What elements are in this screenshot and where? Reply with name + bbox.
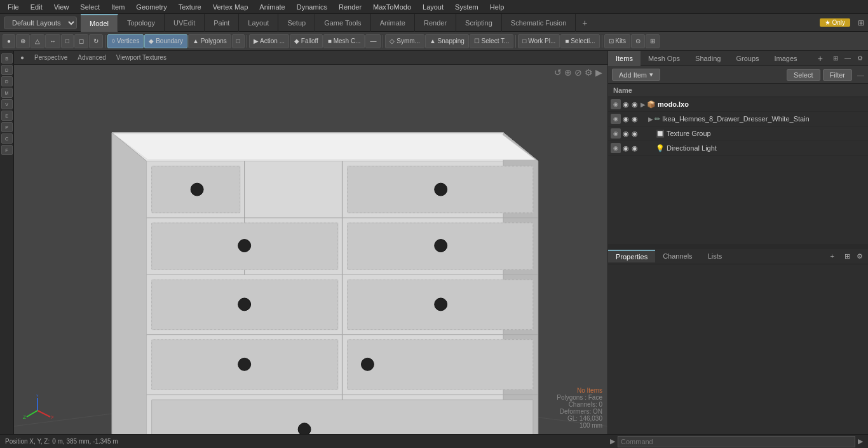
select-tool-button[interactable]: ☐ Select T... — [470, 34, 514, 48]
viewport-pan-ctrl[interactable]: ⊘ — [574, 67, 582, 78]
transform-button[interactable]: ↔ — [45, 34, 60, 48]
props-settings-icon[interactable]: ⚙ — [854, 251, 865, 262]
item-eye2-light[interactable]: ◉ — [623, 144, 629, 153]
item-eye-dresser[interactable]: ◉ — [611, 114, 621, 124]
menu-help[interactable]: Help — [485, 2, 510, 12]
item-eye3-modo-lxo[interactable]: ◉ — [632, 100, 638, 109]
item-eye3-light[interactable]: ◉ — [632, 144, 638, 153]
items-list-scrollbar[interactable] — [608, 244, 868, 249]
falloff-button[interactable]: ◆ Falloff — [290, 34, 323, 48]
menu-view[interactable]: View — [49, 2, 74, 12]
item-eye2-dresser[interactable]: ◉ — [623, 115, 629, 123]
panel-settings-icon[interactable]: ⚙ — [855, 53, 865, 63]
center-button[interactable]: ⊕ — [16, 34, 30, 48]
perspective-button[interactable]: Perspective — [32, 53, 70, 62]
item-eye2-texture[interactable]: ◉ — [623, 130, 629, 138]
snapping-button[interactable]: ▲ Snapping — [425, 34, 469, 48]
tab-model[interactable]: Model — [81, 14, 118, 32]
selection-button[interactable]: ■ Selecti... — [560, 34, 599, 48]
item-arrow-modo-lxo[interactable]: ▶ — [641, 101, 646, 108]
tab-animate[interactable]: Animate — [371, 14, 415, 32]
menu-system[interactable]: System — [450, 2, 484, 12]
tab-game-tools[interactable]: Game Tools — [315, 14, 371, 32]
menu-file[interactable]: File — [3, 2, 24, 12]
items-select-button[interactable]: Select — [787, 69, 820, 81]
tab-topology[interactable]: Topology — [118, 14, 165, 32]
tab-lists[interactable]: Lists — [700, 250, 730, 262]
menu-geometry[interactable]: Geometry — [131, 2, 172, 12]
tab-items[interactable]: Items — [608, 51, 641, 66]
tab-paint[interactable]: Paint — [205, 14, 239, 32]
vertex-mode-button[interactable]: △ — [31, 34, 44, 48]
tab-properties[interactable]: Properties — [608, 250, 655, 262]
action-button[interactable]: ▶ Action ... — [249, 34, 289, 48]
item-row-directional-light[interactable]: ◉ ◉ ◉ 💡 Directional Light — [608, 141, 868, 156]
tab-uvedit[interactable]: UVEdit — [165, 14, 205, 32]
sidebar-btn-c[interactable]: C — [1, 133, 13, 144]
sidebar-btn-2[interactable]: D — [1, 65, 13, 75]
add-layout-button[interactable]: + — [576, 15, 593, 31]
sidebar-btn-f[interactable]: F — [1, 145, 13, 155]
menu-vertex-map[interactable]: Vertex Map — [208, 2, 254, 12]
sidebar-btn-1[interactable]: B — [1, 53, 13, 64]
boundary-button[interactable]: ◆ Boundary — [144, 34, 187, 48]
sidebar-btn-e[interactable]: E — [1, 111, 13, 121]
tab-render[interactable]: Render — [415, 14, 456, 32]
work-plane-button[interactable]: □ Work Pl... — [518, 34, 560, 48]
item-eye-modo-lxo[interactable]: ◉ — [611, 99, 621, 109]
tab-scripting[interactable]: Scripting — [456, 14, 502, 32]
item-eye3-dresser[interactable]: ◉ — [632, 115, 638, 123]
sidebar-btn-mesh[interactable]: M — [1, 88, 13, 98]
items-filter-button[interactable]: Filter — [823, 69, 852, 81]
advanced-button[interactable]: Advanced — [75, 53, 108, 62]
panel-expand-icon[interactable]: ⊞ — [831, 53, 841, 63]
sidebar-btn-dup[interactable]: D — [1, 76, 13, 86]
command-go-button[interactable]: ▶ — [855, 436, 865, 447]
sidebar-btn-poly[interactable]: P — [1, 122, 13, 132]
tab-groups[interactable]: Groups — [728, 51, 766, 66]
panel-plus-button[interactable]: + — [813, 53, 828, 64]
menu-select[interactable]: Select — [75, 2, 105, 12]
menu-texture[interactable]: Texture — [173, 2, 207, 12]
viewport-canvas[interactable]: ↺ ⊕ ⊘ ⚙ ▶ No Items Polygons : Face Chann… — [14, 65, 607, 434]
items-list[interactable]: Name ◉ ◉ ◉ ▶ 📦 modo.lxo ◉ ◉ ◉ ▶ ✏ Ikea_H… — [608, 84, 868, 244]
loop-button[interactable]: ◻ — [74, 34, 88, 48]
kits-button[interactable]: ⊡ Kits — [604, 34, 630, 48]
element-button[interactable]: □ — [61, 34, 74, 48]
symmetry-button[interactable]: ◇ Symm... — [385, 34, 424, 48]
default-layouts-dropdown[interactable]: Default Layouts — [4, 17, 77, 29]
menu-layout[interactable]: Layout — [417, 2, 449, 12]
command-input[interactable] — [618, 436, 855, 447]
menu-edit[interactable]: Edit — [25, 2, 48, 12]
tab-shading[interactable]: Shading — [688, 51, 728, 66]
layout-expand-icon[interactable]: ⊞ — [854, 17, 868, 29]
tab-mesh-ops[interactable]: Mesh Ops — [641, 51, 688, 66]
properties-plus-button[interactable]: + — [825, 252, 839, 260]
item-eye-light[interactable]: ◉ — [611, 143, 621, 153]
item-row-dresser[interactable]: ◉ ◉ ◉ ▶ ✏ Ikea_Hemnes_8_Drawer_Dresser_W… — [608, 112, 868, 126]
item-arrow-dresser[interactable]: ▶ — [648, 116, 653, 123]
viewport-rotate-ctrl[interactable]: ↺ — [554, 67, 562, 78]
items-collapse-btn[interactable]: — — [857, 71, 864, 79]
slider-button[interactable]: — — [365, 34, 381, 48]
mode-button[interactable]: ● — [3, 34, 15, 48]
menu-render[interactable]: Render — [334, 2, 367, 12]
props-expand-icon[interactable]: ⊞ — [842, 251, 853, 262]
polygons-button[interactable]: ▲ Polygons — [188, 34, 231, 48]
item-row-texture-group[interactable]: ◉ ◉ ◉ 🔲 Texture Group — [608, 126, 868, 141]
viewport-zoom-ctrl[interactable]: ⊕ — [564, 67, 572, 78]
viewport-settings-ctrl[interactable]: ⚙ — [585, 67, 593, 78]
mesh-button[interactable]: □ — [232, 34, 245, 48]
menu-maxtomodo[interactable]: MaxToModo — [368, 2, 416, 12]
item-eye2-modo-lxo[interactable]: ◉ — [623, 100, 629, 109]
sidebar-btn-vert[interactable]: V — [1, 99, 13, 109]
rotate-button[interactable]: ↻ — [89, 34, 103, 48]
item-eye-texture-group[interactable]: ◉ — [611, 128, 621, 139]
add-item-button[interactable]: Add Item ▾ — [612, 69, 660, 81]
item-eye3-texture[interactable]: ◉ — [632, 130, 638, 138]
viewport-dot[interactable]: ● — [18, 53, 27, 62]
tab-setup[interactable]: Setup — [278, 14, 315, 32]
menu-item[interactable]: Item — [106, 2, 130, 12]
item-row-modo-lxo[interactable]: ◉ ◉ ◉ ▶ 📦 modo.lxo — [608, 97, 868, 112]
tab-images[interactable]: Images — [767, 51, 805, 66]
